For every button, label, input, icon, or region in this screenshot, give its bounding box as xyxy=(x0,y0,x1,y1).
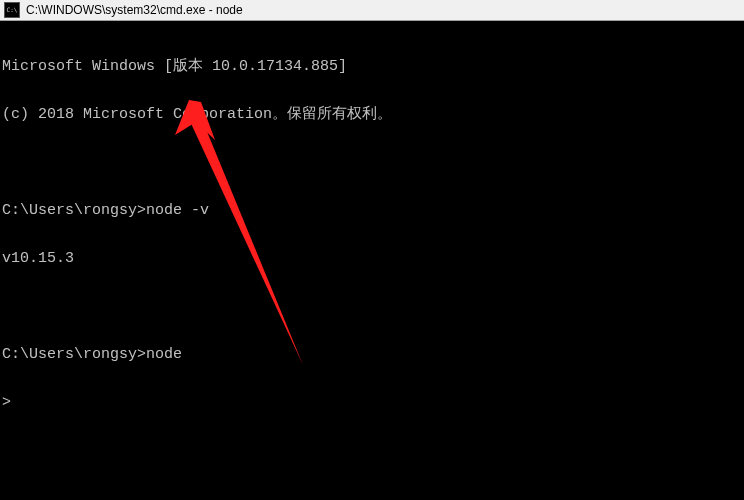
titlebar[interactable]: C:\ C:\WINDOWS\system32\cmd.exe - node xyxy=(0,0,744,21)
terminal-line: C:\Users\rongsy>node xyxy=(2,347,742,363)
terminal-line: C:\Users\rongsy>node -v xyxy=(2,203,742,219)
cmd-window: C:\ C:\WINDOWS\system32\cmd.exe - node M… xyxy=(0,0,744,500)
cmd-icon-label: C:\ xyxy=(7,7,18,13)
terminal-line: > xyxy=(2,395,742,411)
terminal-line xyxy=(2,155,742,171)
terminal-line: Microsoft Windows [版本 10.0.17134.885] xyxy=(2,59,742,75)
terminal-line xyxy=(2,299,742,315)
window-title: C:\WINDOWS\system32\cmd.exe - node xyxy=(26,3,740,17)
terminal-line: v10.15.3 xyxy=(2,251,742,267)
terminal-area[interactable]: Microsoft Windows [版本 10.0.17134.885] (c… xyxy=(0,21,744,500)
cmd-icon: C:\ xyxy=(4,2,20,18)
terminal-line: (c) 2018 Microsoft Corporation。保留所有权利。 xyxy=(2,107,742,123)
